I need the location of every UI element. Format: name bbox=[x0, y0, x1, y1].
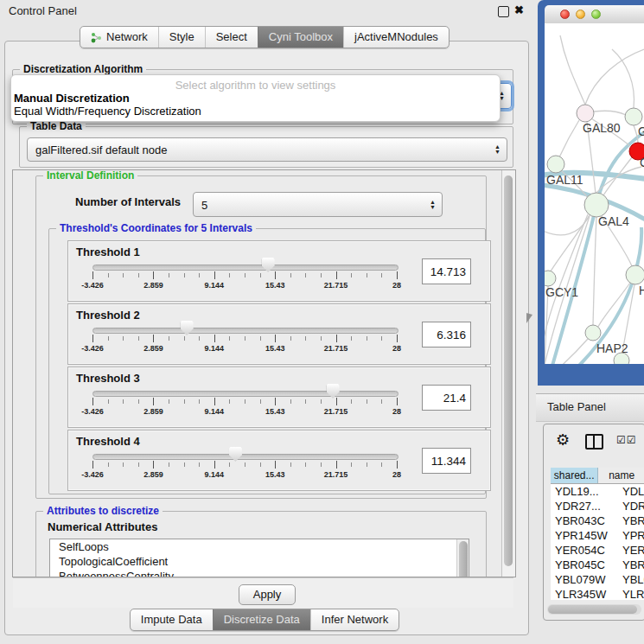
cell-shared-name[interactable]: YDR27... bbox=[551, 499, 617, 513]
table-row[interactable]: YPR145WYPR145W bbox=[551, 528, 644, 543]
node-circle[interactable] bbox=[626, 265, 644, 284]
threshold-value-field[interactable]: 11.344 bbox=[422, 448, 471, 474]
edge-path[interactable] bbox=[612, 49, 634, 108]
threshold-value-field[interactable]: 21.4 bbox=[422, 385, 471, 411]
tab-discretize-data[interactable]: Discretize Data bbox=[213, 609, 310, 630]
bottom-tab-bar: Impute Data Discretize Data Infer Networ… bbox=[0, 609, 529, 631]
table-horizontal-scrollbar[interactable] bbox=[547, 604, 641, 615]
tick-label: 2.859 bbox=[132, 344, 174, 353]
tab-select[interactable]: Select bbox=[205, 27, 258, 48]
column-header-name[interactable]: name bbox=[598, 468, 644, 483]
list-item[interactable]: SelfLoops bbox=[50, 539, 469, 554]
settings-scrollbar-thumb[interactable] bbox=[504, 175, 513, 566]
node-circle[interactable] bbox=[545, 271, 556, 286]
close-window-icon[interactable] bbox=[560, 10, 570, 19]
dropdown-item-equal-width[interactable]: Equal Width/Frequency Discretization bbox=[14, 105, 201, 118]
list-scrollbar-thumb[interactable] bbox=[459, 541, 468, 577]
network-canvas[interactable]: GAL80GALCGAL11GAL4GCY1HHAP2 bbox=[545, 23, 644, 364]
number-of-intervals-combobox[interactable]: 5 ▲▼ bbox=[193, 192, 443, 217]
slider-major-ticks bbox=[92, 271, 398, 279]
list-item[interactable]: BetweennessCentrality bbox=[50, 569, 469, 577]
apply-button[interactable]: Apply bbox=[239, 584, 296, 605]
network-view-window[interactable]: GAL80GALCGAL11GAL4GCY1HHAP2 bbox=[538, 0, 644, 386]
table-row[interactable]: YBR043CYBR043C bbox=[551, 513, 644, 528]
cell-shared-name[interactable]: YDL19... bbox=[551, 484, 617, 499]
tab-style[interactable]: Style bbox=[158, 27, 205, 48]
node-table[interactable]: shared... name YDL19...YDL19...YDR27...Y… bbox=[551, 468, 644, 600]
zoom-window-icon[interactable] bbox=[591, 10, 601, 19]
dropdown-placeholder-item[interactable]: Select algorithm to view settings bbox=[11, 79, 500, 92]
table-row[interactable]: YLR345WYLR345W bbox=[551, 587, 644, 600]
node-circle[interactable] bbox=[577, 105, 594, 122]
threshold-value-field[interactable]: 6.316 bbox=[422, 322, 471, 348]
cell-name[interactable]: YDR27... bbox=[617, 499, 644, 513]
tick-label: -3.426 bbox=[72, 281, 113, 290]
cell-shared-name[interactable]: YBR043C bbox=[551, 513, 617, 528]
cell-name[interactable]: YPR145W bbox=[617, 528, 644, 543]
slider-track[interactable] bbox=[92, 391, 399, 397]
node-circle[interactable] bbox=[585, 325, 601, 341]
tab-infer-network[interactable]: Infer Network bbox=[310, 609, 399, 630]
table-row[interactable]: YBL079WYBL079W bbox=[551, 572, 644, 587]
node-circle[interactable] bbox=[614, 353, 629, 364]
edge-path[interactable] bbox=[585, 49, 644, 105]
tab-jactivemnodules[interactable]: jActiveMNodules bbox=[343, 27, 449, 48]
network-window-titlebar[interactable] bbox=[545, 5, 644, 24]
tab-cyni-toolbox[interactable]: Cyni Toolbox bbox=[258, 27, 343, 48]
slider-track[interactable] bbox=[92, 454, 399, 460]
table-row[interactable]: YDR27...YDR27... bbox=[551, 499, 644, 513]
cell-name[interactable]: YBR043C bbox=[617, 513, 644, 528]
slider-track[interactable] bbox=[92, 328, 399, 334]
cell-name[interactable]: YBR045C bbox=[617, 558, 644, 572]
screen: Control Panel ✖ Network Style Select Cyn… bbox=[0, 0, 644, 644]
interval-definition-group: Interval Definition Number of Intervals … bbox=[35, 175, 487, 499]
list-item[interactable]: TopologicalCoefficient bbox=[50, 554, 469, 569]
cell-shared-name[interactable]: YBR045C bbox=[551, 558, 617, 572]
threshold-label: Threshold 3 bbox=[76, 372, 140, 385]
tab-style-label: Style bbox=[169, 27, 194, 48]
slider-track[interactable] bbox=[92, 265, 399, 271]
column-header-shared-name[interactable]: shared... bbox=[551, 468, 598, 483]
table-row[interactable]: YER054CYER054C bbox=[551, 543, 644, 558]
close-panel-icon[interactable]: ✖ bbox=[514, 3, 524, 16]
float-panel-icon[interactable] bbox=[498, 6, 509, 17]
cell-name[interactable]: YLR345W bbox=[617, 587, 644, 600]
table-data-combobox[interactable]: galFiltered.sif default node ▲▼ bbox=[27, 137, 507, 162]
threshold-value-field[interactable]: 14.713 bbox=[422, 258, 471, 284]
slider-major-ticks bbox=[92, 398, 398, 405]
node-circle[interactable] bbox=[584, 193, 609, 217]
edge-path[interactable] bbox=[545, 215, 590, 235]
tab-network[interactable]: Network bbox=[80, 27, 158, 48]
node-label: C bbox=[640, 156, 644, 169]
dropdown-item-manual-discretization[interactable]: Manual Discretization bbox=[14, 92, 130, 105]
threshold-panel-4: Threshold 4-3.4262.8599.14415.4321.71528… bbox=[67, 430, 491, 491]
cell-shared-name[interactable]: YER054C bbox=[551, 543, 617, 558]
edge-path[interactable] bbox=[560, 35, 585, 105]
minimize-window-icon[interactable] bbox=[576, 10, 585, 19]
numerical-attributes-list[interactable]: SelfLoopsTopologicalCoefficientBetweenne… bbox=[49, 539, 469, 577]
cell-shared-name[interactable]: YBL079W bbox=[551, 572, 617, 587]
cell-shared-name[interactable]: YPR145W bbox=[551, 528, 617, 543]
list-scrollbar[interactable] bbox=[456, 539, 469, 577]
tab-impute-data[interactable]: Impute Data bbox=[131, 609, 213, 630]
control-panel-title: Control Panel bbox=[9, 4, 77, 17]
node-circle[interactable] bbox=[547, 156, 564, 173]
settings-scrollbar[interactable] bbox=[501, 170, 515, 577]
edge-path[interactable] bbox=[559, 120, 579, 157]
gear-icon[interactable]: ⚙ bbox=[556, 430, 570, 450]
checkbox-icons[interactable]: ☑☑ bbox=[616, 434, 637, 446]
combo-arrows-icon: ▲▼ bbox=[430, 200, 436, 210]
edge-path[interactable] bbox=[593, 217, 596, 325]
table-hscrollbar-thumb[interactable] bbox=[548, 605, 637, 614]
edge-path[interactable] bbox=[594, 111, 626, 115]
cell-name[interactable]: YDL19... bbox=[617, 484, 644, 499]
threshold-panel-2: Threshold 2-3.4262.8599.14415.4321.71528… bbox=[67, 303, 491, 365]
cell-name[interactable]: YBL079W bbox=[617, 572, 644, 587]
cell-name[interactable]: YER054C bbox=[617, 543, 644, 558]
tick-label: 15.43 bbox=[254, 470, 296, 479]
node-circle[interactable] bbox=[625, 108, 642, 125]
table-row[interactable]: YDL19...YDL19... bbox=[551, 484, 644, 499]
cell-shared-name[interactable]: YLR345W bbox=[551, 587, 617, 600]
split-columns-icon[interactable] bbox=[585, 434, 603, 450]
table-row[interactable]: YBR045CYBR045C bbox=[551, 558, 644, 572]
